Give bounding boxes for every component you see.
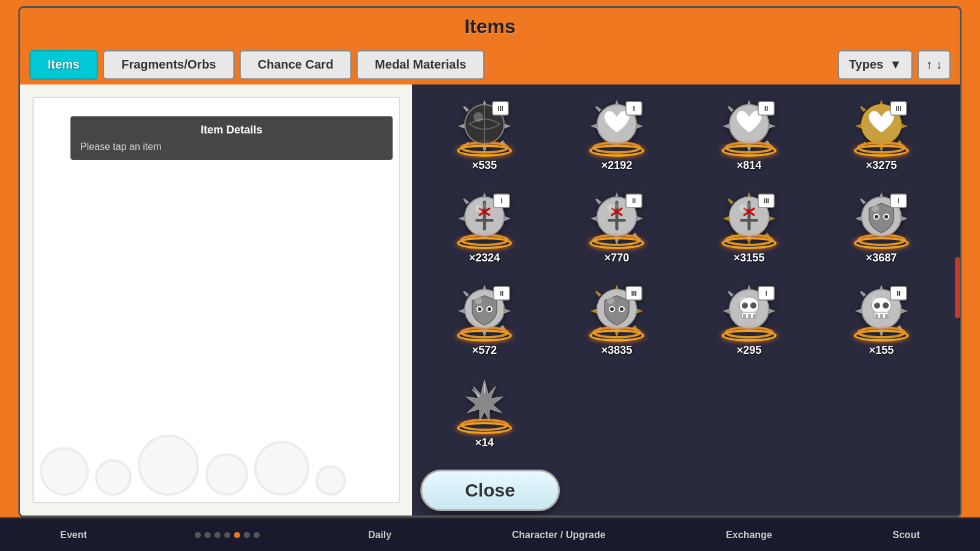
svg-text:I: I [765,290,767,297]
watermark-circle [138,435,199,496]
item-count: ×572 [472,344,497,357]
item-cell[interactable]: III ×535 [421,91,548,177]
svg-point-110 [872,204,879,212]
svg-point-108 [875,215,878,219]
svg-point-61 [475,204,482,212]
nav-dot [195,532,201,538]
svg-point-125 [488,307,491,311]
svg-marker-28 [728,106,734,112]
orange-ring [854,329,909,342]
svg-point-21 [606,113,615,121]
item-cell[interactable]: III ×3835 [554,276,680,362]
svg-point-96 [739,204,747,212]
item-icon-wrap: III [454,96,515,157]
svg-text:II: II [897,290,900,297]
watermark-circle [95,459,132,496]
nav-event[interactable]: Event [48,525,99,545]
tab-fragments[interactable]: Fragments/Orbs [103,50,234,80]
svg-rect-176 [885,314,888,319]
svg-point-124 [478,307,481,311]
svg-text:I: I [897,197,899,204]
svg-marker-117 [463,291,469,297]
svg-point-141 [610,307,614,311]
orange-ring [722,144,777,157]
svg-marker-102 [860,198,866,204]
tab-chance[interactable]: Chance Card [239,50,352,80]
svg-marker-52 [463,198,469,204]
close-button-wrap: Close [420,470,560,511]
item-count: ×14 [475,437,494,449]
item-cell[interactable]: ×14 [421,368,548,454]
item-details-text: Please tap an item [80,141,383,152]
sort-label: Types [849,58,883,72]
item-cell[interactable]: I ×3687 [818,183,944,269]
close-button[interactable]: Close [420,470,560,511]
svg-point-178 [883,302,889,309]
item-icon-wrap: II [586,188,647,249]
svg-marker-43 [860,106,866,112]
tab-items[interactable]: Items [29,50,98,80]
item-icon-wrap: II [718,96,780,157]
scroll-indicator [955,257,960,318]
item-cell[interactable]: II ×814 [686,91,812,177]
svg-point-46 [871,113,880,121]
item-icon-wrap: I [851,188,912,249]
svg-marker-17 [595,106,601,112]
watermark-circle [254,441,309,496]
svg-text:I: I [633,105,635,112]
nav-dot [205,532,211,538]
sort-arrows-button[interactable]: ↑ ↓ [918,50,951,80]
svg-marker-68 [595,198,601,204]
up-arrow-icon: ↑ [926,58,932,72]
svg-point-160 [739,297,747,304]
modal-title: Items [464,15,516,38]
item-cell[interactable]: III ×3155 [686,183,812,269]
right-panel: III ×535 [412,84,960,515]
item-count: ×814 [737,159,762,172]
items-grid: III ×535 [421,91,957,509]
dropdown-icon: ▼ [889,58,902,72]
svg-rect-175 [880,314,883,319]
svg-point-159 [750,302,756,309]
svg-rect-156 [748,314,751,319]
sort-button[interactable]: Types ▼ [838,50,913,80]
item-icon-wrap: III [851,96,912,157]
svg-marker-136 [595,291,601,297]
svg-rect-157 [753,314,756,319]
orange-ring [722,329,777,342]
item-cell[interactable]: III ×3275 [818,91,944,177]
item-icon-wrap: II [851,280,912,342]
item-count: ×155 [869,344,894,357]
nav-dot [214,532,221,538]
orange-ring [854,237,909,249]
nav-dot-active [234,532,240,538]
item-icon-wrap: I [586,96,647,157]
svg-point-143 [607,297,614,304]
content-area: Item Details Please tap an item [20,84,960,515]
item-cell[interactable]: II ×572 [421,276,548,362]
svg-marker-7 [463,106,469,112]
sort-area: Types ▼ ↑ ↓ [838,50,951,80]
orange-ring [589,237,644,249]
item-count: ×3275 [866,159,897,172]
item-count: ×770 [605,252,630,264]
orange-ring [457,329,512,342]
watermark-circle [40,447,89,496]
item-cell[interactable]: I ×2192 [554,91,680,177]
item-icon-wrap [454,373,515,434]
svg-point-11 [473,112,483,122]
nav-exchange[interactable]: Exchange [714,525,785,545]
item-cell[interactable]: II ×770 [554,183,680,269]
nav-daily[interactable]: Daily [356,525,404,545]
item-cell[interactable]: I ×2324 [421,183,548,269]
svg-marker-167 [860,291,866,297]
svg-point-142 [620,307,624,311]
tab-medal[interactable]: Medal Materials [356,50,484,80]
nav-character[interactable]: Character / Upgrade [500,525,618,545]
nav-scout[interactable]: Scout [880,525,932,545]
orange-ring [589,329,644,342]
item-cell[interactable]: I ×295 [686,276,812,362]
item-cell[interactable]: II ×155 [818,276,944,362]
svg-text:II: II [764,105,768,112]
nav-dot [224,532,230,538]
